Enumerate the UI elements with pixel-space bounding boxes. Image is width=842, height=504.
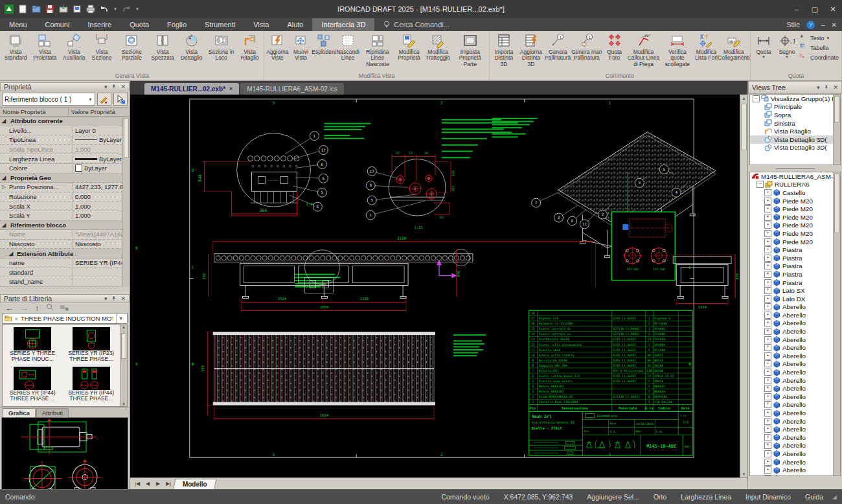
tab-close-icon[interactable]: × [229, 86, 233, 92]
property-row[interactable]: Livello...Layer 0 [0, 126, 130, 136]
property-section-extension-attribute[interactable]: ◢Extension Attribute [0, 249, 130, 258]
ribbon-button-coordinate[interactable]: Coordinate [800, 53, 839, 62]
prev-sheet-icon[interactable]: ◀ [143, 481, 152, 487]
last-sheet-icon[interactable]: ▶| [164, 481, 173, 487]
tree-expand-icon[interactable]: + [764, 393, 771, 400]
status-item-2[interactable]: Aggiungere Sel... [587, 493, 639, 501]
part-item[interactable]: +Aberello [750, 442, 840, 450]
next-sheet-icon[interactable]: ▶ [154, 481, 163, 487]
library-scrollbar[interactable]: ▲▼ [120, 325, 127, 406]
drawing-canvas[interactable]: 332211DDCCBBB0 [130, 95, 740, 477]
panel-pin-icon[interactable]: 🖈 [823, 84, 829, 91]
property-row[interactable]: Larghezza LineaByLayer [0, 154, 130, 164]
ribbon-button-vista-ritaglio[interactable]: Vista Ritaglio [237, 32, 263, 62]
part-item[interactable]: +Aberello [750, 368, 840, 376]
part-item[interactable]: +Lato DX [750, 295, 840, 303]
property-row[interactable]: Nome"View1{4497A182-A... [0, 230, 130, 240]
first-sheet-icon[interactable]: |◀ [133, 481, 142, 487]
help-icon[interactable]: ? [806, 21, 815, 29]
maximize-button[interactable]: ▢ [806, 2, 824, 16]
part-item[interactable]: +Aberello [750, 466, 840, 474]
library-item[interactable]: SERIES YR (IP23) THREE PHASE... [63, 327, 120, 367]
tree-expand-icon[interactable]: + [764, 352, 771, 360]
panel-dropdown-icon[interactable]: ▾ [104, 295, 108, 302]
menu-item-vista[interactable]: Vista [244, 18, 278, 31]
view-item[interactable]: Vista Dettaglio 3D( [750, 144, 840, 152]
tree-expand-icon[interactable]: − [757, 181, 764, 188]
tree-expand-icon[interactable]: + [764, 450, 771, 457]
library-search-icon[interactable] [46, 303, 54, 313]
view-item[interactable]: Sopra [750, 111, 840, 119]
tree-expand-icon[interactable]: + [764, 426, 771, 433]
view-mode-icon[interactable]: ▤▣ [60, 304, 69, 312]
part-item[interactable]: +Aberello [750, 433, 840, 442]
property-row[interactable]: Scala Y1.000 [0, 211, 130, 221]
part-item[interactable]: +Aberello [750, 401, 840, 409]
tree-expand-icon[interactable]: + [764, 279, 771, 286]
tree-expand-icon[interactable]: + [764, 360, 771, 367]
part-item[interactable]: +Piede M20 [750, 197, 840, 205]
panel-close-icon[interactable]: ✕ [120, 84, 126, 90]
assembly-item[interactable]: −RULLIERA6 [750, 181, 840, 189]
part-item[interactable]: +Piede M20 [750, 213, 840, 222]
part-item[interactable]: +Aberello [750, 352, 840, 360]
status-item-4[interactable]: Larghezza Linea [681, 493, 731, 501]
ribbon-button-genera-pallinatura[interactable]: 1Genera Pallinatura [545, 32, 571, 62]
property-section-attributo-corrente[interactable]: ◢Attributo corrente [0, 117, 130, 126]
part-item[interactable]: +Aberello [750, 319, 840, 328]
panel-close-icon[interactable]: ✕ [120, 295, 126, 302]
ribbon-button-vista-sezione[interactable]: Vista Sezione [88, 32, 115, 62]
panel-close-icon[interactable]: ✕ [832, 21, 837, 29]
tree-expand-icon[interactable]: + [764, 238, 771, 246]
command-search[interactable]: Cerca Comandi... [374, 18, 459, 31]
import-icon[interactable] [58, 4, 69, 14]
property-section-proprietà-geo[interactable]: ◢Proprietà Geo [0, 174, 130, 183]
part-item[interactable]: +Aberello [750, 311, 840, 319]
ribbon-button-modifica-collegamenti[interactable]: abcModifica Collegamenti [719, 32, 749, 62]
tree-expand-icon[interactable]: + [764, 385, 771, 392]
library-item[interactable]: SERIES YR (IP44) THREE PHASE... [63, 367, 120, 406]
part-item[interactable]: +Aberello [750, 425, 840, 433]
ribbon-button-esplodere[interactable]: Esplodere [312, 32, 336, 55]
tree-expand-icon[interactable]: + [764, 369, 771, 376]
tree-expand-icon[interactable]: + [764, 466, 771, 474]
part-item[interactable]: +Aberello [750, 458, 840, 466]
status-item-3[interactable]: Orto [654, 493, 666, 501]
status-item-5[interactable]: Input Dinamico [745, 493, 791, 501]
ribbon-button-modifica-callout[interactable]: 90°Modifica Callout Linea di Piega [626, 32, 661, 67]
panel-dropdown-icon[interactable]: ▾ [817, 84, 820, 91]
part-item[interactable]: +Aberello [750, 327, 840, 336]
tree-expand-icon[interactable]: + [764, 303, 771, 310]
ribbon-button-genera-man-pallinatura[interactable]: 1Genera man Pallinatura [571, 32, 603, 62]
scroll-down-icon[interactable]: ▼ [740, 470, 747, 477]
save-icon[interactable] [45, 4, 55, 14]
ribbon-button-modifica-proprieta[interactable]: Modifica Proprietà [395, 32, 423, 62]
open-file-icon[interactable] [31, 4, 41, 14]
ribbon-button-quota-foro[interactable]: Quota Foro [603, 32, 626, 62]
tree-expand-icon[interactable]: + [764, 255, 771, 262]
menu-item-foglio[interactable]: Foglio [158, 18, 196, 31]
tree-expand-icon[interactable]: + [764, 344, 771, 351]
menu-item-aiuto[interactable]: Aiuto [278, 18, 312, 31]
tree-expand-icon[interactable]: + [764, 459, 771, 466]
view-item[interactable]: Sinistra [750, 119, 840, 128]
ribbon-button-vista-dettaglio[interactable]: AVista Dettaglio [177, 32, 206, 62]
part-item[interactable]: +Aberello [750, 376, 840, 385]
tree-expand-icon[interactable]: + [764, 198, 771, 205]
tree-expand-icon[interactable]: + [764, 475, 771, 476]
part-item[interactable]: +Piastra [750, 279, 840, 287]
tree-expand-icon[interactable]: + [764, 418, 771, 425]
tree-expand-icon[interactable]: + [764, 319, 771, 326]
tree-expand-icon[interactable]: + [764, 189, 771, 196]
property-selector[interactable]: Riferimento blocco ( 1 )▼ [2, 93, 95, 106]
app-logo-icon[interactable] [4, 4, 14, 14]
property-row[interactable]: TipoLineaByLayer [0, 135, 130, 145]
panel-pin-icon[interactable]: 🖈 [111, 84, 117, 90]
tree-expand-icon[interactable]: + [764, 271, 771, 278]
panel-close-icon[interactable]: ✕ [833, 84, 838, 91]
canvas-vertical-scrollbar[interactable]: ▲ ▼ [740, 95, 747, 477]
tree-expand-icon[interactable]: + [764, 295, 771, 303]
part-item[interactable]: +Piastra [750, 254, 840, 262]
tree-expand-icon[interactable]: + [764, 434, 771, 441]
part-item[interactable]: +Aberello [750, 336, 840, 344]
